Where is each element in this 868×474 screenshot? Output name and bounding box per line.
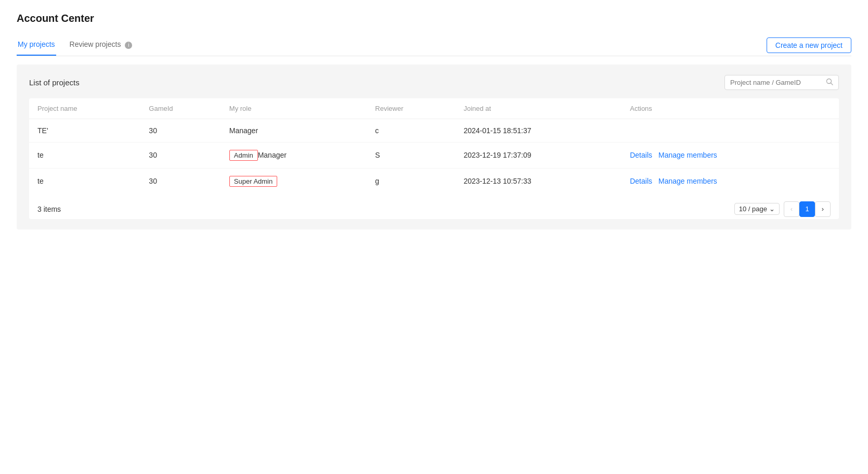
pagination: 10 / page ⌄ ‹ 1 › xyxy=(734,201,831,217)
info-icon[interactable]: i xyxy=(125,42,132,49)
cell-actions: DetailsManage members xyxy=(621,142,839,168)
cell-actions: DetailsManage members xyxy=(621,168,839,194)
table-header-row: Project name GameId My role Reviewer Joi… xyxy=(29,98,839,119)
tab-review-projects-label: Review projects xyxy=(70,40,121,48)
col-game-id: GameId xyxy=(140,98,221,119)
projects-table: Project name GameId My role Reviewer Joi… xyxy=(29,98,839,219)
chevron-down-icon: ⌄ xyxy=(769,205,775,213)
cell-reviewer: S xyxy=(367,142,455,168)
cell-project-name: TE' xyxy=(29,119,140,142)
col-project-name: Project name xyxy=(29,98,140,119)
tabs-row: My projects Review projects i Create a n… xyxy=(17,35,851,56)
action-manage-members[interactable]: Manage members xyxy=(658,177,717,185)
cell-my-role: Super Admin xyxy=(221,168,367,194)
action-manage-members[interactable]: Manage members xyxy=(658,151,717,159)
cell-game-id: 30 xyxy=(140,119,221,142)
items-count: 3 items xyxy=(37,205,61,213)
role-badge: Admin xyxy=(229,150,258,161)
create-new-project-button[interactable]: Create a new project xyxy=(767,37,851,53)
cell-project-name: te xyxy=(29,168,140,194)
cell-joined-at: 2024-01-15 18:51:37 xyxy=(455,119,621,142)
list-title: List of projects xyxy=(29,78,80,87)
page-1-button[interactable]: 1 xyxy=(799,201,815,217)
tab-my-projects[interactable]: My projects xyxy=(17,35,56,56)
svg-line-1 xyxy=(831,83,833,85)
prev-page-button[interactable]: ‹ xyxy=(784,201,799,217)
role-badge: Super Admin xyxy=(229,176,277,187)
cell-joined-at: 2023-12-13 10:57:33 xyxy=(455,168,621,194)
col-actions: Actions xyxy=(621,98,839,119)
table-row: TE'30Managerc2024-01-15 18:51:37 xyxy=(29,119,839,142)
content-area: List of projects Project name GameId xyxy=(17,65,851,229)
search-icon xyxy=(826,78,833,87)
table-row: te30Super Adming2023-12-13 10:57:33Detai… xyxy=(29,168,839,194)
cell-reviewer: c xyxy=(367,119,455,142)
col-reviewer: Reviewer xyxy=(367,98,455,119)
table-row: te30AdminManagerS2023-12-19 17:37:09Deta… xyxy=(29,142,839,168)
cell-my-role: AdminManager xyxy=(221,142,367,168)
tabs-left: My projects Review projects i xyxy=(17,35,133,56)
tab-review-projects[interactable]: Review projects i xyxy=(69,35,134,56)
col-my-role: My role xyxy=(221,98,367,119)
page-title: Account Center xyxy=(17,12,851,24)
table-footer: 3 items 10 / page ⌄ ‹ 1 › xyxy=(29,194,839,219)
action-details[interactable]: Details xyxy=(630,177,652,185)
cell-game-id: 30 xyxy=(140,168,221,194)
cell-reviewer: g xyxy=(367,168,455,194)
cell-actions xyxy=(621,119,839,142)
list-header: List of projects xyxy=(29,75,839,90)
col-joined-at: Joined at xyxy=(455,98,621,119)
action-details[interactable]: Details xyxy=(630,151,652,159)
cell-my-role: Manager xyxy=(221,119,367,142)
next-page-button[interactable]: › xyxy=(815,201,831,217)
cell-project-name: te xyxy=(29,142,140,168)
page-size-select[interactable]: 10 / page ⌄ xyxy=(734,203,780,215)
cell-joined-at: 2023-12-19 17:37:09 xyxy=(455,142,621,168)
page-size-label: 10 / page xyxy=(739,205,767,213)
cell-game-id: 30 xyxy=(140,142,221,168)
search-box[interactable] xyxy=(724,75,839,90)
search-input[interactable] xyxy=(730,79,823,86)
